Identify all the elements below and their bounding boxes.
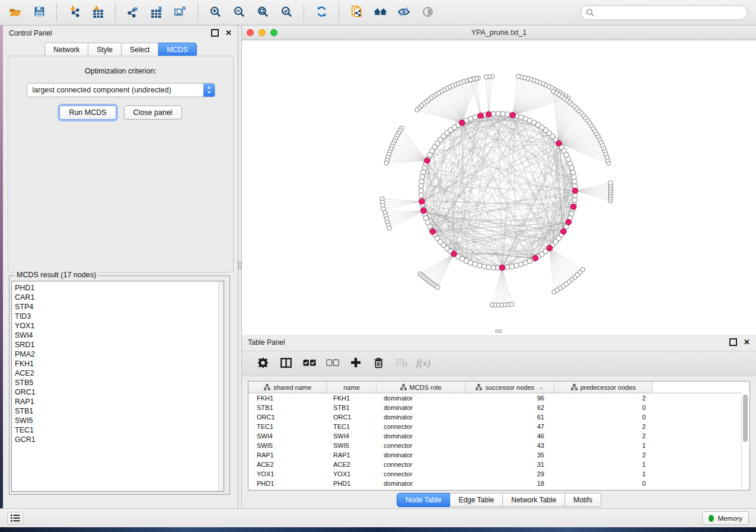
table-mode-button[interactable] <box>251 354 275 374</box>
delete-columns-button[interactable] <box>367 354 390 374</box>
network-node[interactable] <box>572 175 576 180</box>
network-node[interactable] <box>436 285 440 289</box>
run-mcds-button[interactable]: Run MCDS <box>59 105 116 120</box>
zoom-in-button[interactable] <box>203 2 227 23</box>
network-node[interactable] <box>580 267 585 271</box>
table-row[interactable]: RAP1RAP1dominator352 <box>248 450 749 460</box>
export-image-button[interactable] <box>168 2 192 23</box>
tab-style[interactable]: Style <box>88 43 122 57</box>
zoom-selected-region-button[interactable] <box>275 2 298 23</box>
mcds-node[interactable] <box>430 229 436 235</box>
close-panel-button[interactable]: Close panel <box>124 105 182 120</box>
search-input[interactable] <box>598 8 742 17</box>
network-node[interactable] <box>572 198 577 203</box>
first-neighbors-button[interactable] <box>368 2 392 23</box>
table-row[interactable]: PHD1PHD1dominator180 <box>248 479 749 488</box>
mcds-result-node[interactable]: STB1 <box>15 406 224 416</box>
splitter-handle[interactable] <box>238 261 241 270</box>
table-scrollbar-thumb[interactable] <box>743 395 748 442</box>
network-node[interactable] <box>482 264 487 269</box>
mcds-result-node[interactable]: PHD1 <box>15 283 224 293</box>
mcds-result-node[interactable]: ORC1 <box>15 387 224 397</box>
mcds-node[interactable] <box>532 255 538 261</box>
network-node[interactable] <box>484 75 488 79</box>
tab-edge-table[interactable]: Edge Table <box>450 493 503 507</box>
network-node[interactable] <box>505 265 510 270</box>
network-node[interactable] <box>514 263 519 268</box>
result-scrollbar-track[interactable] <box>218 281 224 491</box>
table-row[interactable]: ACE2ACE2connector311 <box>248 460 749 469</box>
tab-network-table[interactable]: Network Table <box>503 493 565 507</box>
search-box[interactable] <box>580 5 748 20</box>
network-node[interactable] <box>500 111 505 116</box>
network-node[interactable] <box>420 175 425 180</box>
network-node[interactable] <box>551 89 555 93</box>
node-table[interactable]: shared namenameMCDS rolesuccessor nodes⌄… <box>248 381 750 491</box>
network-node[interactable] <box>384 161 388 165</box>
network-node[interactable] <box>491 265 496 270</box>
mcds-result-node[interactable]: STB5 <box>15 378 224 387</box>
export-network-button[interactable] <box>121 2 145 23</box>
tab-network[interactable]: Network <box>44 43 88 57</box>
show-columns-button[interactable] <box>275 354 298 374</box>
column-header-name[interactable]: name <box>327 382 377 393</box>
tab-node-table[interactable]: Node Table <box>397 493 451 507</box>
mcds-result-node[interactable]: GCR1 <box>15 435 224 444</box>
network-node[interactable] <box>419 179 424 184</box>
table-row[interactable]: SWI5SWI5connector431 <box>248 441 749 450</box>
network-node[interactable] <box>516 74 520 78</box>
network-window-titlebar[interactable]: YPA_prune.txt_1 <box>242 25 756 40</box>
tab-select[interactable]: Select <box>122 43 158 57</box>
network-node[interactable] <box>473 262 477 267</box>
network-node[interactable] <box>387 226 391 230</box>
network-node[interactable] <box>509 264 514 269</box>
table-row[interactable]: TEC1TEC1connector472 <box>248 422 749 431</box>
network-node[interactable] <box>572 179 577 184</box>
network-node[interactable] <box>608 181 613 185</box>
tab-motifs[interactable]: Motifs <box>565 493 601 507</box>
mcds-result-node[interactable]: TEC1 <box>15 425 224 435</box>
mcds-node[interactable] <box>572 188 578 194</box>
network-node[interactable] <box>519 115 524 120</box>
mcds-node[interactable] <box>560 229 566 235</box>
mcds-node[interactable] <box>486 111 492 117</box>
memory-button[interactable]: Memory <box>702 511 749 525</box>
mcds-node[interactable] <box>459 120 465 126</box>
network-node[interactable] <box>486 265 491 270</box>
mcds-result-node[interactable]: TID3 <box>15 312 224 321</box>
float-panel-icon[interactable] <box>729 338 737 346</box>
mcds-result-node[interactable]: SWI5 <box>15 416 224 425</box>
tab-mcds[interactable]: MCDS <box>158 43 196 57</box>
network-node[interactable] <box>415 108 419 112</box>
network-node[interactable] <box>570 170 575 175</box>
network-node[interactable] <box>569 211 574 216</box>
mcds-node[interactable] <box>451 251 457 257</box>
show-graphics-details-button[interactable] <box>416 2 439 23</box>
network-node[interactable] <box>477 263 482 268</box>
mcds-node[interactable] <box>510 113 516 118</box>
network-node[interactable] <box>505 112 510 117</box>
mcds-node[interactable] <box>425 158 430 164</box>
show-panels-button[interactable] <box>7 512 23 524</box>
column-header-shared-name[interactable]: shared name <box>248 382 327 393</box>
deselect-all-rows-button[interactable] <box>321 354 344 374</box>
network-node[interactable] <box>419 193 423 198</box>
horizontal-splitter-handle[interactable] <box>495 329 502 333</box>
save-session-button[interactable] <box>27 2 51 23</box>
new-network-from-selection-button[interactable] <box>344 2 368 23</box>
mcds-node[interactable] <box>419 198 425 204</box>
mcds-result-list[interactable]: PHD1CAR1STP4TID3YOX1SWI4SRD1PMA2FKH1ACE2… <box>11 281 224 492</box>
mcds-node[interactable] <box>566 219 572 225</box>
create-column-button[interactable] <box>344 354 367 374</box>
mcds-result-node[interactable]: STP4 <box>15 302 224 312</box>
zoom-fit-content-button[interactable] <box>251 2 275 23</box>
import-table-from-file-button[interactable] <box>86 2 110 23</box>
network-graph[interactable] <box>242 40 756 335</box>
mcds-result-node[interactable]: ACE2 <box>15 368 224 378</box>
mcds-node[interactable] <box>547 245 553 251</box>
mcds-result-node[interactable]: RAP1 <box>15 397 224 406</box>
optimization-criterion-select[interactable]: largest connected component (undirected) <box>27 83 215 97</box>
mcds-node[interactable] <box>478 113 484 119</box>
zoom-out-button[interactable] <box>227 2 251 23</box>
mcds-node[interactable] <box>570 204 576 210</box>
